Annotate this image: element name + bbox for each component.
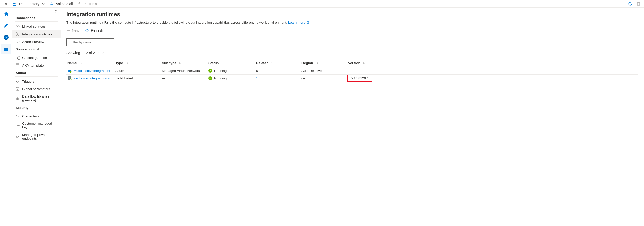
svg-point-19 xyxy=(17,41,18,42)
sidebar-item-label: Managed private endpoints xyxy=(22,133,57,140)
sidebar-df-libraries[interactable]: Data flow libraries (preview) xyxy=(12,93,61,104)
validate-all-button[interactable]: Validate all xyxy=(49,2,73,6)
sidebar-azure-purview[interactable]: Azure Purview xyxy=(12,38,61,45)
svg-point-14 xyxy=(17,34,18,35)
sidebar-triggers[interactable]: Triggers xyxy=(12,78,61,85)
sidebar-credentials[interactable]: Credentials xyxy=(12,112,61,120)
check-circle-icon xyxy=(208,76,212,80)
sidebar-integration-runtimes[interactable]: Integration runtimes xyxy=(12,30,61,38)
related-cell: 1 xyxy=(255,76,300,80)
template-icon xyxy=(16,63,20,67)
rail-manage[interactable] xyxy=(1,44,11,54)
svg-point-33 xyxy=(16,125,18,126)
svg-point-18 xyxy=(19,35,19,36)
col-label: Name xyxy=(67,61,77,65)
new-button[interactable]: New xyxy=(66,28,79,33)
collapse-sidebar-icon[interactable] xyxy=(12,9,61,14)
col-subtype[interactable]: Sub-type↑↓ xyxy=(161,61,207,65)
section-security: Security xyxy=(12,104,61,110)
svg-rect-4 xyxy=(637,3,640,5)
type-cell: Self-Hosted xyxy=(114,76,161,80)
refresh-page-icon[interactable] xyxy=(628,2,632,6)
sort-icon: ↑↓ xyxy=(221,62,225,64)
upload-icon xyxy=(78,2,81,6)
svg-rect-41 xyxy=(69,78,70,79)
rail-home[interactable] xyxy=(1,9,11,19)
col-type[interactable]: Type↑↓ xyxy=(114,61,161,65)
left-rail xyxy=(0,8,12,226)
product-picker[interactable]: Data Factory xyxy=(13,2,45,6)
svg-point-16 xyxy=(19,33,19,33)
status-text: Running xyxy=(214,76,227,80)
filter-input[interactable] xyxy=(71,40,113,44)
svg-rect-40 xyxy=(69,77,70,78)
cloud-lock-icon xyxy=(16,135,20,139)
publish-all-button[interactable]: Publish all xyxy=(78,2,98,6)
sidebar-mpe[interactable]: Managed private endpoints xyxy=(12,131,61,142)
related-link[interactable]: 1 xyxy=(256,76,258,80)
monitor-icon xyxy=(3,35,9,40)
server-ir-icon xyxy=(67,76,72,81)
rail-author[interactable] xyxy=(1,21,11,31)
version-value: 5.16.8126.1 xyxy=(351,76,369,80)
col-version[interactable]: Version↑↓ xyxy=(347,61,397,65)
filter-box[interactable] xyxy=(66,38,114,46)
page-description-text: The integration runtime (IR) is the comp… xyxy=(66,21,288,24)
status-cell: Running xyxy=(207,69,255,73)
refresh-icon xyxy=(85,29,89,33)
version-highlight: 5.16.8126.1 xyxy=(347,75,372,82)
svg-rect-9 xyxy=(5,47,7,48)
table-header-row: Name↑↓ Type↑↓ Sub-type↑↓ Status↑↓ Relate… xyxy=(66,59,638,67)
chevron-down-icon xyxy=(42,2,45,5)
svg-rect-2 xyxy=(14,4,15,5)
learn-more-text: Learn more xyxy=(288,21,306,24)
sort-icon: ↑↓ xyxy=(79,62,83,64)
col-status[interactable]: Status↑↓ xyxy=(207,61,255,65)
page-description: The integration runtime (IR) is the comp… xyxy=(66,21,638,24)
sidebar-global-params[interactable]: x Global parameters xyxy=(12,85,61,93)
learn-more-link[interactable]: Learn more xyxy=(288,21,310,24)
check-circle-icon xyxy=(208,69,212,73)
svg-rect-3 xyxy=(15,4,16,5)
ir-name-link[interactable]: AutoResolveIntegrationR... xyxy=(74,69,114,73)
linked-services-icon xyxy=(16,24,20,28)
region-cell: --- xyxy=(300,76,347,80)
sort-icon: ↑↓ xyxy=(363,62,366,64)
svg-rect-1 xyxy=(13,4,14,5)
eye-icon xyxy=(16,40,20,44)
col-region[interactable]: Region↑↓ xyxy=(300,61,347,65)
sidebar-linked-services[interactable]: Linked services xyxy=(12,23,61,30)
related-value: 0 xyxy=(256,69,258,73)
sidebar-git-config[interactable]: Git configuration xyxy=(12,54,61,61)
sort-icon: ↑↓ xyxy=(271,62,275,64)
sort-icon: ↑↓ xyxy=(316,62,319,64)
region-value: --- xyxy=(301,76,305,80)
subtype-value: --- xyxy=(162,76,165,80)
page-title: Integration runtimes xyxy=(66,11,638,18)
col-name[interactable]: Name↑↓ xyxy=(66,61,114,65)
sidebar-cmk[interactable]: Customer managed key xyxy=(12,120,61,131)
main-content: Integration runtimes The integration run… xyxy=(61,8,644,226)
person-key-icon xyxy=(16,114,20,118)
refresh-button[interactable]: Refresh xyxy=(85,28,103,33)
discard-icon[interactable] xyxy=(637,2,640,6)
svg-line-32 xyxy=(19,117,19,117)
sidebar-item-label: ARM template xyxy=(22,63,44,67)
pencil-icon xyxy=(4,23,9,28)
validate-label: Validate all xyxy=(56,2,73,6)
type-value: Self-Hosted xyxy=(115,76,133,80)
svg-point-15 xyxy=(16,33,17,33)
library-icon xyxy=(16,96,20,100)
ir-name-link[interactable]: selfhostedintegrationrun... xyxy=(74,76,113,80)
rail-monitor[interactable] xyxy=(1,32,11,42)
sidebar-arm-template[interactable]: ARM template xyxy=(12,61,61,69)
factory-icon xyxy=(13,2,17,6)
bolt-icon xyxy=(16,79,20,83)
sidebar-item-label: Integration runtimes xyxy=(22,32,52,36)
name-cell: AutoResolveIntegrationR... xyxy=(66,69,114,73)
svg-rect-39 xyxy=(69,77,70,77)
chevron-right-icon[interactable] xyxy=(4,3,8,5)
col-related[interactable]: Related↑↓ xyxy=(255,61,300,65)
region-value: Auto Resolve xyxy=(301,69,322,73)
col-label: Region xyxy=(301,61,313,65)
